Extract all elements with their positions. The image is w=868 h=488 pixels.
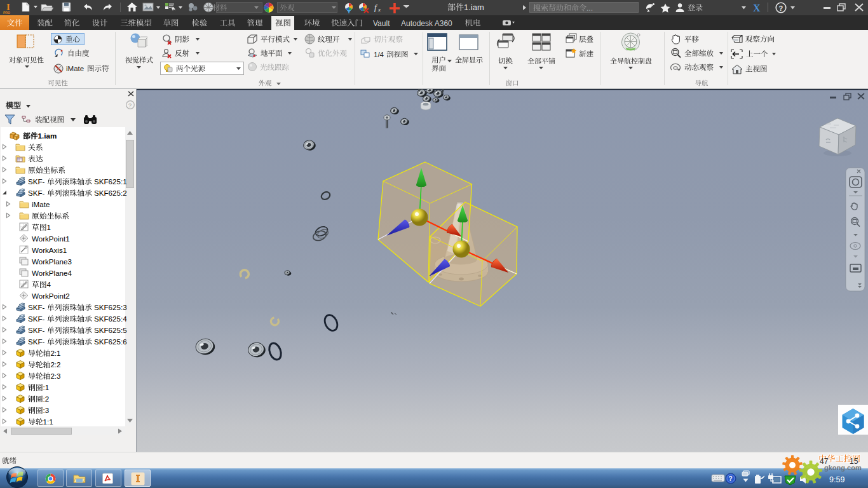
svg-text:?: ? — [779, 4, 783, 12]
svg-text:PRO: PRO — [3, 11, 10, 14]
svg-text:X: X — [753, 3, 761, 13]
svg-text:?: ? — [729, 475, 733, 482]
svg-text:?: ? — [128, 102, 132, 109]
